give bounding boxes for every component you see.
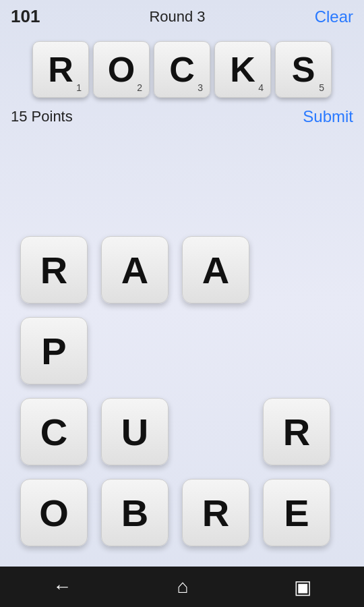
avail-tile-letter-14: B bbox=[121, 491, 148, 535]
word-tile-number-1: 1 bbox=[76, 82, 82, 93]
word-tile-5[interactable]: S5 bbox=[275, 41, 332, 98]
word-tile-letter-3: C bbox=[169, 52, 195, 87]
avail-tile-R-1[interactable]: R bbox=[20, 236, 88, 304]
avail-tile-A-3[interactable]: A bbox=[182, 236, 249, 304]
avail-tile-B-14[interactable]: B bbox=[101, 479, 169, 546]
nav-bar: ← ⌂ ▣ bbox=[0, 567, 364, 607]
points-display: 15 Points bbox=[11, 108, 73, 125]
avail-tile-C-9[interactable]: C bbox=[20, 398, 88, 465]
word-tile-letter-4: K bbox=[230, 52, 255, 87]
top-bar: 101 Round 3 Clear bbox=[0, 0, 364, 33]
avail-tile-P-5[interactable]: P bbox=[20, 317, 88, 384]
empty-tile-4 bbox=[263, 236, 330, 304]
avail-tile-letter-12: R bbox=[283, 410, 310, 454]
score-display: 101 bbox=[11, 6, 40, 27]
word-tile-3[interactable]: C3 bbox=[154, 41, 210, 98]
word-tile-letter-5: S bbox=[292, 52, 315, 87]
word-tile-number-4: 4 bbox=[258, 82, 264, 93]
word-tile-1[interactable]: R1 bbox=[32, 41, 89, 98]
word-tile-4[interactable]: K4 bbox=[214, 41, 271, 98]
avail-tile-A-2[interactable]: A bbox=[101, 236, 169, 304]
tiles-area: RAAPCUROBRE bbox=[20, 236, 337, 553]
avail-tile-letter-10: U bbox=[121, 410, 148, 454]
word-row: R1O2C3K4S5 bbox=[0, 36, 364, 103]
word-tile-letter-2: O bbox=[108, 52, 135, 87]
home-icon[interactable]: ⌂ bbox=[177, 576, 189, 598]
avail-tile-letter-2: A bbox=[121, 248, 148, 292]
avail-tile-U-10[interactable]: U bbox=[101, 398, 169, 465]
points-row: 15 Points Submit bbox=[0, 105, 364, 129]
word-tile-number-3: 3 bbox=[198, 82, 203, 93]
avail-tile-letter-13: O bbox=[39, 491, 69, 535]
avail-tile-R-12[interactable]: R bbox=[263, 398, 330, 465]
avail-tile-E-16[interactable]: E bbox=[263, 479, 330, 546]
avail-tile-letter-5: P bbox=[41, 329, 66, 373]
submit-button[interactable]: Submit bbox=[303, 107, 353, 126]
word-tile-2[interactable]: O2 bbox=[93, 41, 150, 98]
back-icon[interactable]: ← bbox=[53, 576, 71, 598]
avail-tile-letter-9: C bbox=[40, 410, 67, 454]
recents-icon[interactable]: ▣ bbox=[294, 576, 311, 598]
avail-tile-letter-16: E bbox=[284, 491, 309, 535]
word-tile-letter-1: R bbox=[48, 52, 73, 87]
empty-tile-8 bbox=[263, 317, 330, 384]
avail-tile-letter-1: R bbox=[40, 248, 67, 292]
empty-tile-11 bbox=[182, 398, 249, 465]
empty-tile-6 bbox=[101, 317, 169, 384]
word-tile-number-2: 2 bbox=[137, 82, 142, 93]
clear-button[interactable]: Clear bbox=[315, 7, 353, 26]
avail-tile-O-13[interactable]: O bbox=[20, 479, 88, 546]
round-display: Round 3 bbox=[149, 8, 205, 26]
empty-tile-7 bbox=[182, 317, 249, 384]
avail-tile-R-15[interactable]: R bbox=[182, 479, 249, 546]
word-tile-number-5: 5 bbox=[319, 82, 324, 93]
avail-tile-letter-15: R bbox=[202, 491, 229, 535]
avail-tile-letter-3: A bbox=[202, 248, 229, 292]
